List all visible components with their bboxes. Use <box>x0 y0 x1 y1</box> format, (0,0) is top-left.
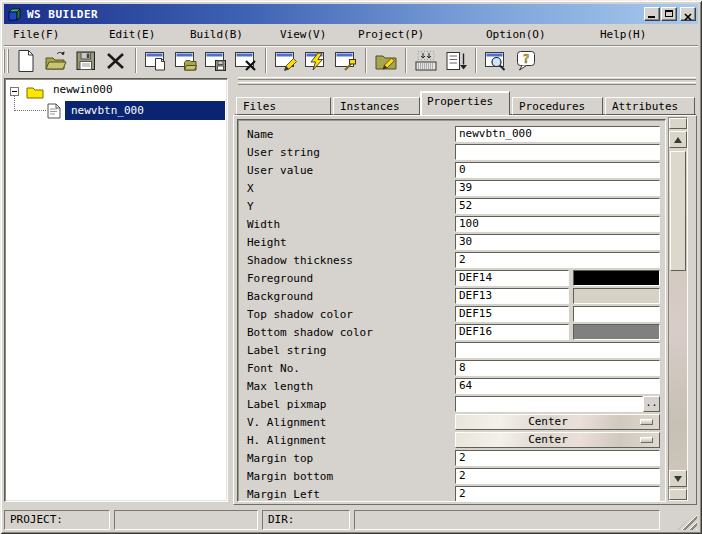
tree-item-label: newvbtn_000 <box>71 104 144 117</box>
menu-build[interactable]: Build(B) <box>187 25 246 44</box>
tab-attributes[interactable]: Attributes <box>605 97 695 115</box>
tree-item-window[interactable]: newwin000 <box>50 82 116 98</box>
minimize-icon <box>648 16 655 18</box>
scroll-up-button[interactable] <box>669 131 687 148</box>
scroll-down-button[interactable] <box>669 470 687 487</box>
tab-instances[interactable]: Instances <box>333 97 420 115</box>
keyboard-input-icon[interactable] <box>414 48 438 74</box>
vertical-scrollbar[interactable] <box>668 117 688 501</box>
property-input[interactable]: 2 <box>455 252 660 268</box>
tab-files[interactable]: Files <box>236 97 331 115</box>
property-input[interactable]: 2 <box>455 486 660 502</box>
status-dir-value <box>354 510 660 530</box>
property-input[interactable]: 0 <box>455 162 660 178</box>
property-input[interactable]: DEF13 <box>455 288 569 304</box>
title-bar[interactable]: WS BUILDER <box>4 4 698 24</box>
minimize-button[interactable] <box>644 7 660 21</box>
property-input[interactable]: 52 <box>455 198 660 214</box>
delete-window-icon[interactable] <box>234 48 258 74</box>
browse-pixmap-button[interactable]: .. <box>643 396 660 412</box>
property-input[interactable]: 64 <box>455 378 660 394</box>
property-row: Top shadow colorDEF15 <box>238 305 665 323</box>
arrow-down-icon <box>674 476 682 482</box>
pane-sash[interactable] <box>238 77 696 87</box>
property-label: Width <box>238 218 455 231</box>
property-input[interactable]: 8 <box>455 360 660 376</box>
save-file-icon[interactable] <box>74 48 98 74</box>
property-input[interactable]: DEF16 <box>455 324 569 340</box>
color-swatch[interactable] <box>573 270 660 286</box>
toolbar-separator <box>475 48 477 73</box>
property-input[interactable] <box>455 342 660 358</box>
property-row: Label string <box>238 341 665 359</box>
folder-icon <box>26 85 44 99</box>
property-label: Max length <box>238 380 455 393</box>
tree-item-selected[interactable]: newvbtn_000 <box>65 101 225 120</box>
save-window-icon[interactable] <box>204 48 228 74</box>
property-input[interactable] <box>455 144 660 160</box>
sash-bar <box>238 77 696 80</box>
menu-edit[interactable]: Edit(E) <box>106 25 158 44</box>
property-input[interactable]: 100 <box>455 216 660 232</box>
property-input[interactable]: 2 <box>455 450 660 466</box>
tree-expand-toggle[interactable] <box>10 87 19 96</box>
color-swatch[interactable] <box>573 324 660 340</box>
app-window: WS BUILDER File(F) Edit(E) Build(B) View… <box>0 0 702 534</box>
scrollbar-thumb[interactable] <box>670 151 686 271</box>
close-button[interactable] <box>680 7 696 21</box>
menu-help[interactable]: Help(H) <box>597 25 649 44</box>
build-window-icon[interactable] <box>304 48 328 74</box>
help-icon[interactable]: ? <box>514 48 538 74</box>
toolbar-grip[interactable] <box>3 49 5 73</box>
scrollbar-corner[interactable] <box>669 118 687 129</box>
color-swatch[interactable] <box>573 306 660 322</box>
property-row: Margin top2 <box>238 449 665 467</box>
maximize-button[interactable] <box>661 7 677 21</box>
property-input[interactable]: DEF15 <box>455 306 569 322</box>
delete-icon[interactable] <box>104 48 128 74</box>
menu-view[interactable]: View(V) <box>277 25 329 44</box>
option-menu-h-alignment[interactable]: Center <box>455 432 660 448</box>
property-input[interactable]: 39 <box>455 180 660 196</box>
edit-window-icon[interactable] <box>274 48 298 74</box>
property-row: User value0 <box>238 161 665 179</box>
property-row: Y52 <box>238 197 665 215</box>
property-label: Shadow thickness <box>238 254 455 267</box>
resize-grip[interactable] <box>678 512 697 530</box>
instance-list-icon[interactable] <box>444 48 468 74</box>
window-tools-icon[interactable] <box>334 48 358 74</box>
new-window-icon[interactable] <box>144 48 168 74</box>
scrollbar-corner[interactable] <box>669 489 687 500</box>
property-row: Margin Left2 <box>238 485 665 502</box>
property-label: V. Alignment <box>238 416 455 429</box>
menu-file[interactable]: File(F) <box>10 25 62 44</box>
property-row: V. AlignmentCenter <box>238 413 665 431</box>
property-input[interactable]: DEF14 <box>455 270 569 286</box>
property-input[interactable]: newvbtn_000 <box>455 126 660 142</box>
property-row: Bottom shadow colorDEF16 <box>238 323 665 341</box>
property-input[interactable]: 30 <box>455 234 660 250</box>
tab-properties[interactable]: Properties <box>420 91 510 115</box>
open-file-icon[interactable] <box>44 48 68 74</box>
property-row: User string <box>238 143 665 161</box>
new-file-icon[interactable] <box>14 48 38 74</box>
menu-option[interactable]: Option(O) <box>483 25 549 44</box>
tab-procedures[interactable]: Procedures <box>512 97 603 115</box>
property-input[interactable] <box>455 396 643 412</box>
property-label: Foreground <box>238 272 455 285</box>
toolbar-grip[interactable] <box>7 49 9 73</box>
open-window-icon[interactable] <box>174 48 198 74</box>
arrow-up-icon <box>674 137 682 143</box>
property-label: Margin top <box>238 452 455 465</box>
option-menu-v-alignment[interactable]: Center <box>455 414 660 430</box>
edit-folder-icon[interactable] <box>374 48 398 74</box>
menu-project[interactable]: Project(P) <box>355 25 427 44</box>
property-input[interactable]: 2 <box>455 468 660 484</box>
property-label: Font No. <box>238 362 455 375</box>
toolbar-separator <box>405 48 407 73</box>
preview-window-icon[interactable] <box>484 48 508 74</box>
property-row: Height30 <box>238 233 665 251</box>
color-swatch[interactable] <box>573 288 660 304</box>
menu-bar: File(F) Edit(E) Build(B) View(V) Project… <box>4 25 698 44</box>
option-menu-indicator-icon <box>640 437 653 443</box>
